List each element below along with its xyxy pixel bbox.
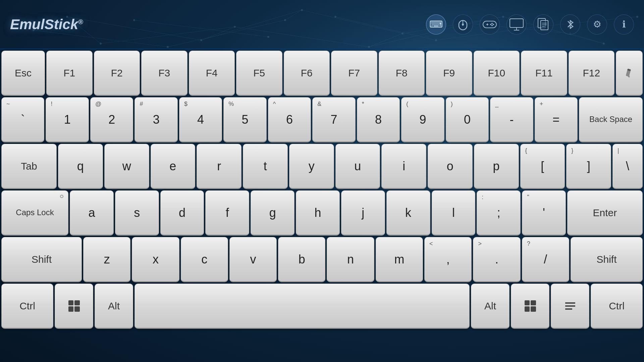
key-k[interactable]: k [386, 190, 430, 236]
key-comma[interactable]: < , [424, 237, 472, 282]
nav-keyboard-icon[interactable]: ⌨ [426, 14, 446, 35]
key-1[interactable]: ! 1 [46, 97, 89, 142]
key-backtick[interactable]: ~ ` [1, 97, 44, 142]
key-ctrl-left[interactable]: Ctrl [1, 284, 53, 329]
nav-settings-icon[interactable]: ⚙ [587, 14, 607, 35]
svg-point-51 [490, 24, 491, 25]
key-backspace[interactable]: Back Space [579, 97, 643, 142]
key-f4[interactable]: F4 [189, 51, 235, 96]
nav-mouse-icon[interactable] [453, 14, 473, 35]
key-pen[interactable] [616, 51, 643, 96]
key-shift-left[interactable]: Shift [1, 237, 82, 282]
key-period[interactable]: > . [473, 237, 520, 282]
key-alt-right[interactable]: Alt [471, 284, 509, 329]
key-s[interactable]: s [115, 190, 159, 236]
key-c[interactable]: c [181, 237, 228, 282]
key-f7[interactable]: F7 [331, 51, 377, 96]
key-t[interactable]: t [243, 144, 288, 189]
key-o[interactable]: o [428, 144, 473, 189]
menu-icon [565, 302, 575, 310]
key-e[interactable]: e [151, 144, 196, 189]
key-f1[interactable]: F1 [46, 51, 93, 96]
key-u[interactable]: u [335, 144, 380, 189]
app-title-text: EmulStick [10, 16, 78, 32]
nav-monitor-icon[interactable] [506, 14, 527, 35]
nav-bluetooth-icon[interactable] [560, 14, 580, 35]
key-enter[interactable]: Enter [567, 190, 643, 236]
key-tab[interactable]: Tab [1, 144, 57, 189]
shift-row: Shift z x c v b n m < , > . ? / Shift [1, 237, 643, 282]
key-b[interactable]: b [278, 237, 325, 282]
key-esc[interactable]: Esc [1, 51, 45, 96]
key-l[interactable]: l [432, 190, 476, 236]
key-6[interactable]: ^ 6 [268, 97, 311, 142]
key-tab-label: Tab [21, 161, 37, 172]
key-4[interactable]: $ 4 [179, 97, 222, 142]
key-j[interactable]: j [341, 190, 385, 236]
key-menu[interactable] [551, 284, 589, 329]
key-f6[interactable]: F6 [284, 51, 330, 96]
svg-point-49 [493, 24, 494, 25]
key-space[interactable] [135, 284, 470, 329]
key-f8-label: F8 [396, 67, 408, 79]
key-m[interactable]: m [376, 237, 423, 282]
key-9[interactable]: ( 9 [401, 97, 444, 142]
key-esc-label: Esc [15, 67, 32, 79]
key-i[interactable]: i [381, 144, 426, 189]
key-ctrl-right[interactable]: Ctrl [591, 284, 643, 329]
key-r[interactable]: r [197, 144, 241, 189]
key-w[interactable]: w [104, 144, 149, 189]
key-5[interactable]: % 5 [223, 97, 266, 142]
app-trademark: ® [78, 18, 83, 25]
key-a[interactable]: a [70, 190, 114, 236]
key-equals[interactable]: + = [535, 97, 578, 142]
key-7[interactable]: & 7 [312, 97, 355, 142]
key-f3[interactable]: F3 [141, 51, 187, 96]
key-caps-lock[interactable]: Caps Lock [1, 190, 68, 236]
key-semicolon[interactable]: : ; [477, 190, 521, 236]
svg-rect-56 [541, 20, 548, 30]
key-f8[interactable]: F8 [379, 51, 425, 96]
nav-info-icon[interactable]: ℹ [614, 14, 634, 35]
key-f9-label: F9 [443, 67, 455, 79]
key-backslash[interactable]: | \ [612, 144, 643, 189]
key-quote[interactable]: " ' [522, 190, 566, 236]
key-f12[interactable]: F12 [569, 51, 615, 96]
key-p[interactable]: p [474, 144, 519, 189]
nav-files-icon[interactable] [533, 14, 553, 35]
key-lbracket[interactable]: { [ [520, 144, 565, 189]
key-8[interactable]: * 8 [357, 97, 400, 142]
key-f9[interactable]: F9 [426, 51, 472, 96]
key-f5[interactable]: F5 [236, 51, 282, 96]
key-v[interactable]: v [229, 237, 277, 282]
key-x[interactable]: x [132, 237, 179, 282]
key-f1-label: F1 [63, 67, 75, 79]
key-g[interactable]: g [251, 190, 294, 236]
key-f2[interactable]: F2 [94, 51, 140, 96]
key-f[interactable]: f [205, 190, 249, 236]
key-2[interactable]: @ 2 [90, 97, 133, 142]
key-0[interactable]: ) 0 [446, 97, 489, 142]
fn-row: Esc F1 F2 F3 F4 F5 F6 F7 F8 F9 F10 F11 F… [1, 51, 643, 96]
bottom-row: Ctrl Alt Alt Ctrl [1, 284, 643, 329]
key-f10[interactable]: F10 [474, 51, 520, 96]
win-icon-right [525, 300, 536, 312]
key-f11[interactable]: F11 [521, 51, 567, 96]
key-rbracket[interactable]: } ] [566, 144, 611, 189]
key-z[interactable]: z [83, 237, 130, 282]
key-slash[interactable]: ? / [522, 237, 569, 282]
key-h[interactable]: h [296, 190, 340, 236]
key-alt-left-label: Alt [108, 300, 120, 312]
key-win-left[interactable] [55, 284, 93, 329]
key-shift-right[interactable]: Shift [571, 237, 643, 282]
nav-gamepad-icon[interactable] [480, 14, 500, 35]
svg-point-48 [491, 23, 493, 24]
key-3[interactable]: # 3 [135, 97, 177, 142]
key-win-right[interactable] [511, 284, 549, 329]
key-y[interactable]: y [289, 144, 334, 189]
key-n[interactable]: n [327, 237, 374, 282]
key-d[interactable]: d [160, 190, 204, 236]
key-minus[interactable]: _ - [490, 97, 533, 142]
key-alt-left[interactable]: Alt [95, 284, 133, 329]
key-q[interactable]: q [58, 144, 103, 189]
